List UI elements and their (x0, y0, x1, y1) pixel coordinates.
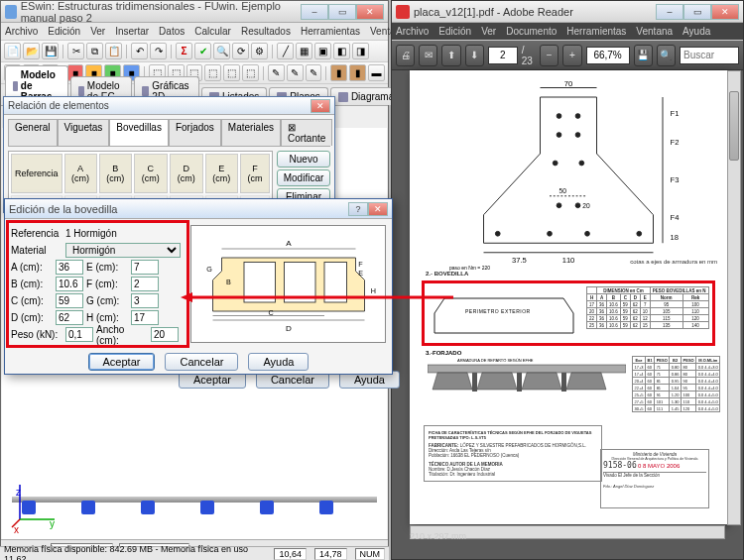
close-button[interactable]: ✕ (356, 4, 384, 20)
svg-text:F1: F1 (671, 109, 680, 118)
cut-icon[interactable]: ✂ (67, 43, 84, 59)
menu-herramientas[interactable]: Herramientas (301, 26, 360, 37)
zoom-input[interactable] (586, 47, 630, 64)
menu-ver[interactable]: Ver (90, 26, 105, 37)
relwin-tab-general[interactable]: General (8, 119, 58, 146)
relwin-tab-viguetas[interactable]: Viguetas (58, 119, 110, 146)
menu-insertar[interactable]: Insertar (115, 26, 149, 37)
check-icon[interactable]: ✔ (194, 43, 211, 59)
zoom-in-icon[interactable]: + (562, 45, 581, 66)
material-select[interactable]: Hormigón (65, 243, 181, 258)
gear-icon[interactable]: ⚙ (251, 43, 268, 59)
ayuda-button[interactable]: Ayuda (248, 353, 309, 371)
menu-archivo[interactable]: Archivo (5, 26, 38, 37)
ancho-input[interactable] (151, 327, 179, 342)
node-icon[interactable]: ▣ (314, 43, 331, 59)
minimize-button[interactable]: – (301, 4, 328, 20)
modificar-button[interactable]: Modificar (277, 169, 330, 186)
c-input[interactable] (56, 293, 83, 308)
search-input[interactable] (680, 47, 739, 64)
find-icon[interactable]: 🔍 (657, 45, 676, 66)
pdf-footer-block: FICHA DE CARACTERÍSTICAS TÉCNICAS SEGÚN … (424, 425, 713, 514)
menu-edicion[interactable]: Edición (48, 26, 80, 37)
zoom-out-icon[interactable]: − (540, 45, 558, 66)
aceptar-button[interactable]: Aceptar (88, 353, 156, 371)
col2-icon[interactable]: ▮ (349, 64, 366, 81)
peso-input[interactable] (65, 327, 93, 342)
relwin-tab-bovedillas[interactable]: Bovedillas (109, 119, 169, 146)
menu-resultados[interactable]: Resultados (241, 26, 291, 37)
bovedilla-heading: 2.- BOVEDILLA (426, 271, 468, 277)
fuwin-titlebar[interactable]: ESwin: Estructuras tridimensionales - FU… (1, 1, 388, 23)
menu-datos[interactable]: Datos (159, 26, 185, 37)
reader-titlebar[interactable]: placa_v12[1].pdf - Adobe Reader – ▭ ✕ (392, 1, 743, 23)
open-icon[interactable]: 📂 (23, 43, 40, 59)
vertical-scrollbar[interactable] (727, 70, 741, 525)
rmenu-herramientas[interactable]: Herramientas (566, 26, 626, 37)
next-page-icon[interactable]: ⬇ (465, 45, 484, 66)
b-input[interactable] (56, 277, 83, 291)
tab-icon (13, 81, 18, 91)
rmenu-documento[interactable]: Documento (506, 26, 557, 37)
editwin-titlebar[interactable]: Edición de la bovedilla ? ✕ (5, 199, 392, 219)
undo-icon[interactable]: ↶ (131, 43, 148, 59)
redo-icon[interactable]: ↷ (150, 43, 167, 59)
tab-icon (142, 86, 150, 96)
mail-icon[interactable]: ✉ (419, 45, 437, 66)
editwin-close-icon[interactable]: ✕ (368, 202, 388, 216)
rmenu-ayuda[interactable]: Ayuda (682, 26, 710, 37)
rmenu-ventana[interactable]: Ventana (636, 26, 673, 37)
misc2-icon[interactable]: ◨ (352, 43, 369, 59)
cube6-icon[interactable]: ⬚ (242, 64, 259, 81)
line-icon[interactable]: ╱ (277, 43, 294, 59)
menu-calcular[interactable]: Calcular (194, 26, 231, 37)
edicion-bovedilla-dialog[interactable]: Edición de la bovedilla ? ✕ Referencia1 … (4, 198, 393, 375)
e-input[interactable] (131, 260, 159, 275)
pencil3-icon[interactable]: ✎ (306, 64, 322, 81)
cube5-icon[interactable]: ⬚ (223, 64, 240, 81)
cube4-icon[interactable]: ⬚ (204, 64, 221, 81)
paste-icon[interactable]: 📋 (105, 43, 122, 59)
copy-icon[interactable]: ⧉ (86, 43, 103, 59)
grid-icon[interactable]: ▦ (296, 43, 312, 59)
d-input[interactable] (56, 310, 83, 325)
print-icon[interactable]: 🖨 (396, 45, 415, 66)
nuevo-button[interactable]: Nuevo (277, 151, 330, 168)
relacion-elementos-dialog[interactable]: Relación de elementos ✕ General Viguetas… (3, 96, 335, 213)
relwin-tab-forjados[interactable]: Forjados (169, 119, 221, 146)
col-icon[interactable]: ▮ (330, 64, 347, 81)
relwin-close-icon[interactable]: ✕ (310, 99, 330, 113)
maximize-button[interactable]: ▭ (328, 4, 356, 20)
toolbar-1: 📄 📂 💾 ✂ ⧉ 📋 ↶ ↷ Σ ✔ 🔍 ⟳ ⚙ ╱ ▦ ▣ ◧ ◨ (1, 41, 388, 62)
sigma-icon[interactable]: Σ (176, 43, 192, 59)
editwin-help-icon[interactable]: ? (348, 202, 368, 216)
pdf-page[interactable]: 70 F1 F2 F3 F4 18 37.5 110 50 20 paso en… (410, 70, 727, 524)
f-input[interactable] (131, 277, 159, 291)
save-copy-icon[interactable]: 💾 (634, 45, 653, 66)
cancelar-button[interactable]: Cancelar (165, 353, 238, 371)
g-input[interactable] (131, 293, 159, 308)
misc-icon[interactable]: ◧ (333, 43, 350, 59)
reader-maximize-button[interactable]: ▭ (683, 4, 711, 20)
rmenu-archivo[interactable]: Archivo (396, 26, 429, 37)
reader-minimize-button[interactable]: – (656, 4, 683, 20)
refresh-icon[interactable]: ⟳ (232, 43, 249, 59)
pencil2-icon[interactable]: ✎ (287, 64, 304, 81)
relwin-titlebar[interactable]: Relación de elementos ✕ (4, 97, 334, 115)
prev-page-icon[interactable]: ⬆ (441, 45, 460, 66)
new-icon[interactable]: 📄 (4, 43, 21, 59)
svg-point-23 (553, 161, 558, 166)
relwin-tab-materiales[interactable]: Materiales (221, 119, 281, 146)
rmenu-edicion[interactable]: Edición (438, 26, 471, 37)
pencil-icon[interactable]: ✎ (268, 64, 285, 81)
rmenu-ver[interactable]: Ver (481, 26, 496, 37)
search-icon[interactable]: 🔍 (213, 43, 230, 59)
reader-close-button[interactable]: ✕ (711, 4, 739, 20)
relwin-tab-cortante[interactable]: ⊠ Cortante (281, 119, 332, 146)
svg-text:18: 18 (671, 233, 679, 242)
page-dimensions: 210 x 297 mm (410, 531, 466, 541)
save-icon[interactable]: 💾 (42, 43, 59, 59)
wall-icon[interactable]: ▬ (368, 64, 385, 81)
page-input[interactable] (488, 47, 518, 64)
a-input[interactable] (56, 260, 83, 275)
